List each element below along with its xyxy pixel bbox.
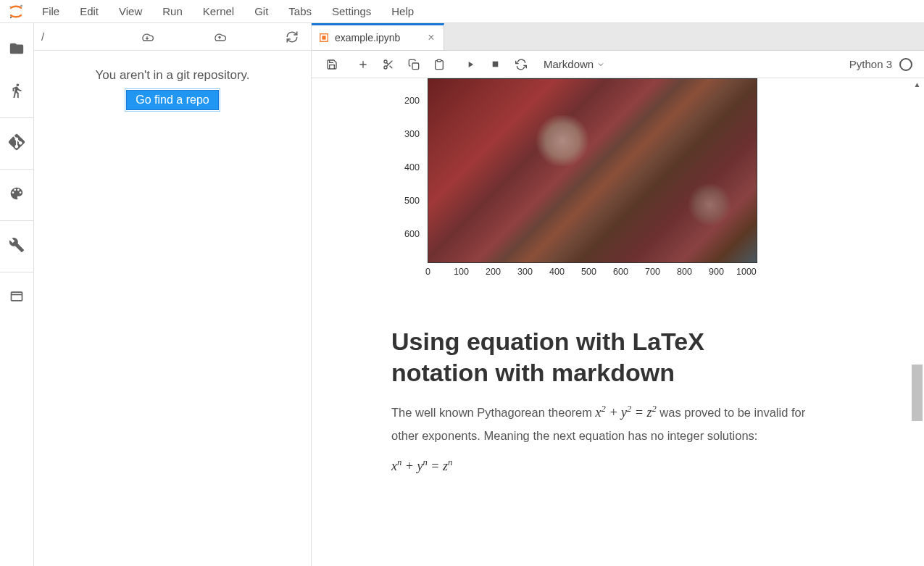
x-tick: 800 <box>677 267 692 277</box>
tab-example-ipynb[interactable]: example.ipynb × <box>312 23 444 50</box>
refresh-icon[interactable] <box>278 25 307 49</box>
side-panel: / You aren't in a git repository. Go fin… <box>34 23 312 566</box>
chevron-down-icon <box>596 60 605 69</box>
menu-edit[interactable]: Edit <box>70 2 109 20</box>
close-icon[interactable]: × <box>406 31 434 44</box>
x-tick: 100 <box>454 267 469 277</box>
x-tick: 1000 <box>736 267 757 277</box>
y-tick: 600 <box>404 229 420 239</box>
tab-label: example.ipynb <box>335 32 400 43</box>
menu-settings[interactable]: Settings <box>322 2 381 20</box>
tab-running-icon[interactable] <box>0 74 33 107</box>
menu-view[interactable]: View <box>109 2 152 20</box>
inline-equation: x2 + y2 = z2 <box>596 405 657 420</box>
y-tick: 200 <box>404 96 420 106</box>
menu-help[interactable]: Help <box>381 2 424 20</box>
save-icon[interactable] <box>319 53 344 76</box>
svg-rect-10 <box>493 62 499 67</box>
menu-bar: File Edit View Run Kernel Git Tabs Setti… <box>0 0 924 23</box>
kernel-status-icon[interactable] <box>899 58 912 71</box>
x-tick: 600 <box>613 267 628 277</box>
svg-rect-3 <box>12 292 22 301</box>
tab-bar: example.ipynb × <box>312 23 924 51</box>
svg-point-7 <box>384 66 387 69</box>
breadcrumb[interactable]: / <box>38 30 44 43</box>
paste-icon[interactable] <box>426 53 451 76</box>
y-tick: 500 <box>404 196 420 206</box>
x-tick: 500 <box>581 267 596 277</box>
main-area: example.ipynb × Markdown Python 3 <box>312 23 924 566</box>
cell-type-selector[interactable]: Markdown <box>539 58 609 70</box>
stop-icon[interactable] <box>483 53 508 76</box>
svg-point-2 <box>9 6 11 7</box>
satellite-plot: 200 300 400 500 600 0 100 200 300 400 50… <box>391 78 768 288</box>
copy-icon[interactable] <box>401 53 426 76</box>
git-empty-state: You aren't in a git repository. Go find … <box>34 51 311 110</box>
svg-point-1 <box>10 16 12 17</box>
tab-git-icon[interactable] <box>0 125 33 159</box>
scrollbar-thumb[interactable] <box>912 365 923 421</box>
notebook-scroll[interactable]: ▲ 200 300 400 500 600 0 100 200 300 400 … <box>312 78 924 566</box>
markdown-paragraph: The well known Pythagorean theorem x2 + … <box>391 401 826 447</box>
menu-kernel[interactable]: Kernel <box>193 2 244 20</box>
activity-bar <box>0 23 34 566</box>
y-tick: 300 <box>404 129 420 139</box>
svg-rect-8 <box>412 63 419 70</box>
menu-file[interactable]: File <box>32 2 70 20</box>
run-icon[interactable] <box>457 53 483 76</box>
tab-files-icon[interactable] <box>0 32 33 65</box>
y-tick: 400 <box>404 162 420 172</box>
notebook-toolbar: Markdown Python 3 <box>312 51 924 78</box>
display-equation: xn + yn = zn <box>391 457 924 474</box>
tab-build-icon[interactable] <box>0 228 33 262</box>
cut-icon[interactable] <box>375 53 401 76</box>
git-empty-message: You aren't in a git repository. <box>49 68 296 83</box>
svg-rect-5 <box>322 36 325 39</box>
x-tick: 300 <box>517 267 533 277</box>
scroll-up-icon[interactable]: ▲ <box>912 78 923 90</box>
restart-icon[interactable] <box>508 53 533 76</box>
x-tick: 200 <box>486 267 501 277</box>
add-cell-icon[interactable] <box>350 53 375 76</box>
git-panel-header: / <box>34 23 311 51</box>
x-tick: 700 <box>645 267 660 277</box>
find-repo-button[interactable]: Go find a repo <box>126 90 218 110</box>
svg-point-0 <box>20 4 22 7</box>
jupyter-logo <box>6 1 26 22</box>
menu-git[interactable]: Git <box>244 2 278 20</box>
notebook-icon <box>319 33 329 43</box>
x-tick: 400 <box>549 267 565 277</box>
x-tick: 0 <box>425 267 430 277</box>
tab-theme-icon[interactable] <box>0 177 33 210</box>
menu-tabs[interactable]: Tabs <box>278 2 322 20</box>
cloud-push-icon[interactable] <box>205 25 234 49</box>
kernel-name[interactable]: Python 3 <box>849 58 899 70</box>
menu-run[interactable]: Run <box>152 2 193 20</box>
cloud-pull-icon[interactable] <box>133 25 162 49</box>
x-tick: 900 <box>709 267 724 277</box>
svg-point-6 <box>384 60 387 63</box>
markdown-heading: Using equation with LaTeX notation with … <box>391 326 797 388</box>
tab-tabs-icon[interactable] <box>0 280 33 313</box>
svg-rect-9 <box>437 59 441 62</box>
